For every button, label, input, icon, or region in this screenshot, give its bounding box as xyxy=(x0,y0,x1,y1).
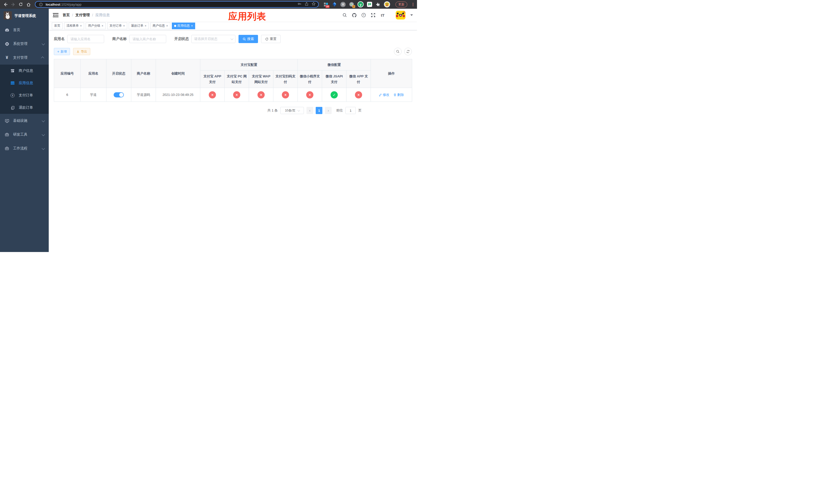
table-grid-icon xyxy=(10,81,15,85)
browser-menu-icon[interactable] xyxy=(413,3,413,6)
app-name-input[interactable] xyxy=(67,35,104,43)
search-icon xyxy=(243,38,246,41)
tab-merchant-info[interactable]: 商户信息× xyxy=(150,23,170,29)
url-text[interactable]: localhost:1024/pay/app xyxy=(46,3,295,6)
sidebar-toggle-icon[interactable] xyxy=(53,13,59,18)
breadcrumb-current: 应用信息 xyxy=(95,13,110,18)
trash-icon xyxy=(393,93,396,96)
search-button[interactable]: 搜索 xyxy=(239,35,258,43)
browser-home-icon[interactable] xyxy=(26,2,31,7)
channel-status-icon[interactable]: × xyxy=(258,91,265,98)
ext-blocks-icon[interactable]: 10 xyxy=(323,2,329,7)
fullscreen-icon[interactable] xyxy=(371,13,376,18)
close-icon[interactable]: × xyxy=(166,24,168,28)
font-size-icon[interactable]: tT xyxy=(380,13,385,18)
sidebar-item-infrastructure[interactable]: 基础设施 xyxy=(0,114,49,128)
ext-command-icon[interactable]: ⌘ xyxy=(340,2,346,7)
page-number-1[interactable]: 1 xyxy=(316,107,322,114)
chevron-down-icon xyxy=(42,119,45,122)
ext-lens-icon[interactable]: 1 xyxy=(349,2,354,7)
chevron-down-icon xyxy=(42,146,45,150)
hide-search-button[interactable] xyxy=(394,48,402,55)
ext-kite-icon[interactable] xyxy=(332,2,337,7)
channel-status-icon[interactable]: × xyxy=(209,91,216,98)
documents-icon xyxy=(10,106,15,110)
sidebar-item-app-info[interactable]: 应用信息 xyxy=(0,77,49,89)
merchant-name-input[interactable] xyxy=(129,35,166,43)
user-avatar[interactable] xyxy=(396,11,405,20)
reset-button[interactable]: 重置 xyxy=(261,35,281,43)
ext-puzzle-icon[interactable] xyxy=(375,2,380,7)
browser-update-button[interactable]: 更新 xyxy=(395,2,407,7)
chevron-down-icon xyxy=(42,133,45,136)
address-bar[interactable]: localhost:1024/pay/app xyxy=(35,1,319,8)
goto-page-input[interactable] xyxy=(346,107,356,114)
search-icon xyxy=(396,50,399,53)
export-button[interactable]: 导出 xyxy=(73,48,90,55)
sidebar-item-dev-tools[interactable]: 研发工具 xyxy=(0,128,49,141)
help-icon[interactable]: ? xyxy=(361,13,366,18)
channel-status-icon[interactable]: × xyxy=(306,91,313,98)
header-search-icon[interactable] xyxy=(342,13,347,18)
tab-app-info[interactable]: 应用信息× xyxy=(172,23,195,29)
logo-avatar xyxy=(4,11,12,21)
status-select[interactable]: 请选择开启状态 xyxy=(191,35,236,43)
share-icon[interactable] xyxy=(305,2,308,7)
edit-button[interactable]: 修改 xyxy=(379,93,389,97)
tab-user-group[interactable]: 用户分组× xyxy=(86,23,106,29)
github-icon[interactable] xyxy=(352,13,357,18)
tab-pay-orders[interactable]: 支付订单× xyxy=(107,23,127,29)
browser-reload-icon[interactable] xyxy=(18,2,24,7)
delete-button[interactable]: 删除 xyxy=(393,93,404,97)
sidebar-item-pay-orders[interactable]: ¥ 支付订单 xyxy=(0,89,49,101)
goto-label: 前往 xyxy=(336,108,343,113)
password-key-icon[interactable] xyxy=(298,2,302,7)
refresh-table-button[interactable] xyxy=(404,48,412,55)
close-icon[interactable]: × xyxy=(102,24,103,28)
col-wechat-app: 微信 APP 支付 xyxy=(347,70,371,88)
enable-switch[interactable] xyxy=(114,92,124,97)
sidebar-item-workflow[interactable]: 工作流程 xyxy=(0,141,49,155)
next-page-button[interactable]: › xyxy=(325,107,332,114)
sidebar-item-system[interactable]: 系统管理 xyxy=(0,37,49,51)
browser-forward-icon[interactable] xyxy=(10,2,16,7)
close-icon[interactable]: × xyxy=(191,24,193,28)
sidebar-item-home[interactable]: 首页 xyxy=(0,23,49,37)
breadcrumb-payment[interactable]: 支付管理 xyxy=(75,13,90,18)
close-icon[interactable]: × xyxy=(145,24,147,28)
prev-page-button[interactable]: ‹ xyxy=(306,107,313,114)
channel-status-icon[interactable]: × xyxy=(233,91,240,98)
browser-back-icon[interactable] xyxy=(3,2,8,7)
edit-icon xyxy=(379,93,382,96)
ext-y-circle-icon[interactable]: y xyxy=(357,1,364,7)
ext-badge: 1 xyxy=(352,5,355,8)
col-status: 开启状态 xyxy=(106,59,131,88)
sidebar-item-merchant-info[interactable]: 商户信息 xyxy=(0,65,49,77)
col-alipay-app: 支付宝 APP 支付 xyxy=(200,70,225,88)
site-info-icon[interactable] xyxy=(38,2,44,7)
ext-emoji-icon[interactable] xyxy=(384,1,390,7)
close-icon[interactable]: × xyxy=(80,24,82,28)
page-size-select[interactable]: 10条/页 xyxy=(280,107,304,114)
ext-chat-icon[interactable] xyxy=(367,2,372,7)
sidebar-item-refund-orders[interactable]: 退款订单 xyxy=(0,101,49,114)
col-wechat-mini: 微信小程序支付 xyxy=(298,70,322,88)
tab-home[interactable]: 首页 xyxy=(52,23,63,29)
sidebar-item-payment[interactable]: ¥ 支付管理 xyxy=(0,51,49,65)
col-wechat-jsapi: 微信 JSAPI 支付 xyxy=(322,70,347,88)
bookmark-star-icon[interactable] xyxy=(312,2,316,7)
yuan-circle-icon: ¥ xyxy=(10,93,15,97)
breadcrumb-home[interactable]: 首页 xyxy=(63,13,70,18)
logo-row[interactable]: 芋道管理系统 xyxy=(0,9,49,23)
channel-status-icon[interactable]: ✓ xyxy=(331,91,338,98)
avatar-caret-icon[interactable] xyxy=(410,14,413,16)
add-button[interactable]: + 新增 xyxy=(54,48,70,55)
col-alipay-pc: 支付宝 PC 网站支付 xyxy=(225,70,249,88)
search-form: 应用名 商户名称 开启状态 请选择开启状态 搜索 重置 xyxy=(54,35,412,43)
channel-status-icon[interactable]: × xyxy=(355,91,362,98)
tab-refund-orders[interactable]: 退款订单× xyxy=(129,23,149,29)
tab-process-form[interactable]: 流程表单× xyxy=(64,23,84,29)
close-icon[interactable]: × xyxy=(123,24,125,28)
cell-app-name: 芋道 xyxy=(81,88,106,102)
channel-status-icon[interactable]: × xyxy=(282,91,289,98)
